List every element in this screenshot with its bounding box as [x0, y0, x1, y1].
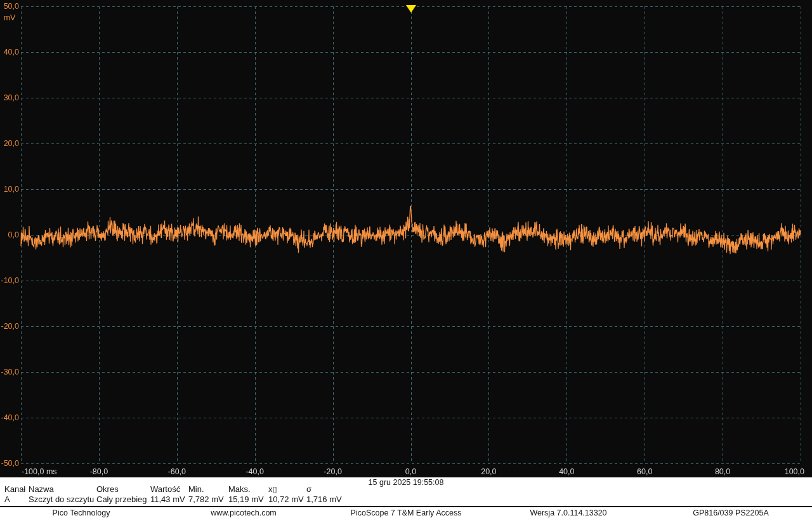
- x-tick-label: -20,0: [304, 467, 362, 476]
- y-tick-label: 0,0: [0, 230, 19, 239]
- x-tick-label: -40,0: [226, 467, 284, 476]
- y-tick-label: -10,0: [0, 276, 19, 285]
- measurement-header: Kanał: [4, 484, 25, 495]
- footer-website: www.picotech.com: [162, 508, 325, 518]
- measurement-value: A: [4, 495, 25, 505]
- scope-display[interactable]: 50,040,030,020,010,00,0-10,0-20,0-30,0-4…: [0, 0, 812, 477]
- footer-device: GP816/039 PS2205A: [650, 508, 812, 518]
- x-tick-label: -80,0: [70, 467, 128, 476]
- measurement-column: Wartość11,43 mV: [150, 484, 185, 505]
- x-tick-label: 60,0: [616, 467, 673, 476]
- y-tick-label: -30,0: [0, 368, 19, 376]
- measurement-value: 15,19 mV: [228, 495, 264, 505]
- x-tick-label: 0,0: [383, 467, 440, 476]
- y-tick-label: 40,0: [0, 48, 19, 56]
- measurement-value: Cały przebieg: [96, 495, 147, 505]
- x-tick-label: -60,0: [148, 467, 206, 476]
- measurement-column: NazwaSzczyt do szczytu: [29, 484, 94, 505]
- footer-vendor: Pico Technology: [0, 508, 162, 518]
- measurement-value: 7,782 mV: [188, 495, 224, 505]
- footer-version: Wersja 7.0.114.13320: [487, 508, 650, 518]
- trigger-marker[interactable]: [406, 5, 416, 13]
- measurement-column: σ1,716 mV: [306, 484, 342, 505]
- y-tick-label: 30,0: [0, 93, 19, 102]
- waveform-canvas[interactable]: [0, 0, 812, 477]
- y-tick-label: 10,0: [0, 185, 19, 194]
- measurement-header: Maks.: [228, 484, 264, 495]
- measurement-column: x▯10,72 mV: [268, 484, 304, 505]
- y-tick-label: -40,0: [0, 413, 19, 422]
- measurement-column: KanałA: [4, 484, 25, 505]
- measurement-header: Nazwa: [29, 484, 94, 495]
- measurement-header: Wartość: [150, 484, 185, 495]
- x-tick-label: 80,0: [694, 467, 751, 476]
- y-axis-unit-label: mV: [0, 13, 19, 22]
- measurement-header: Okres: [96, 484, 147, 495]
- measurement-header: Min.: [188, 484, 224, 495]
- measurement-column: OkresCały przebieg: [96, 484, 147, 505]
- measurement-header: σ: [306, 484, 342, 495]
- measurement-column: Min.7,782 mV: [188, 484, 224, 505]
- measurement-value: Szczyt do szczytu: [29, 495, 94, 505]
- y-tick-label: -20,0: [0, 322, 19, 331]
- x-tick-label: 100,0: [747, 467, 804, 476]
- x-tick-label: 20,0: [460, 467, 517, 476]
- measurement-value: 11,43 mV: [150, 495, 185, 505]
- measurement-value: 1,716 mV: [306, 495, 342, 505]
- footer-row: Pico Technology www.picotech.com PicoSco…: [0, 508, 812, 518]
- y-tick-label: 50,0: [0, 2, 19, 11]
- x-tick-label: 40,0: [538, 467, 595, 476]
- measurement-value: 10,72 mV: [268, 495, 304, 505]
- y-tick-label: 20,0: [0, 139, 19, 148]
- y-tick-label: -50,0: [0, 459, 19, 468]
- measurement-header: x▯: [268, 484, 304, 495]
- measurement-column: Maks.15,19 mV: [228, 484, 264, 505]
- panel-separator: [0, 506, 812, 507]
- bottom-panel: 15 gru 2025 19:55:08 KanałANazwaSzczyt d…: [0, 477, 812, 518]
- footer-app-name: PicoScope 7 T&M Early Access: [325, 508, 487, 518]
- measurements-table: KanałANazwaSzczyt do szczytuOkresCały pr…: [0, 477, 812, 507]
